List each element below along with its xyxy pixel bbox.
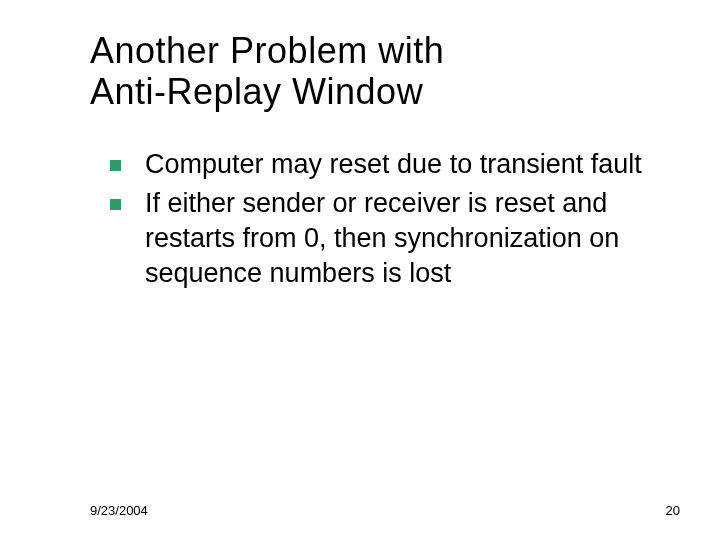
slide-title: Another Problem with Anti-Replay Window [90,30,680,113]
title-line-1: Another Problem with [90,30,444,71]
list-item-text: If either sender or receiver is reset an… [145,186,680,291]
footer-page-number: 20 [666,503,680,518]
list-item-text: Computer may reset due to transient faul… [145,147,642,182]
bullet-list: Computer may reset due to transient faul… [90,147,680,291]
slide-footer: 9/23/2004 20 [90,503,680,518]
square-bullet-icon [110,160,121,171]
slide: Another Problem with Anti-Replay Window … [0,0,720,540]
title-line-2: Anti-Replay Window [90,71,423,112]
list-item: Computer may reset due to transient faul… [110,147,680,182]
list-item: If either sender or receiver is reset an… [110,186,680,291]
footer-date: 9/23/2004 [90,503,148,518]
square-bullet-icon [110,199,121,210]
